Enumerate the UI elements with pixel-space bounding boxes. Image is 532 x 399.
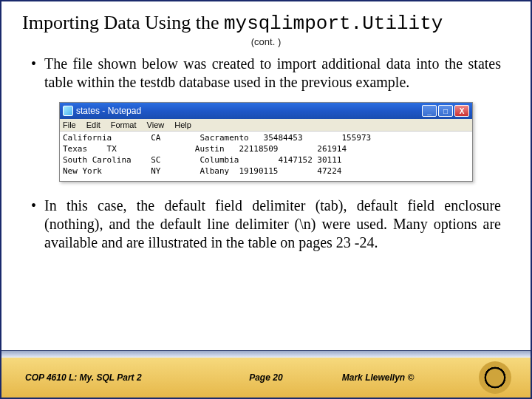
footer-author: Mark Llewellyn ©	[342, 372, 466, 383]
footer-page: Page 20	[197, 372, 335, 383]
notepad-titlebar: states - Notepad _ □ X	[60, 103, 472, 119]
menu-edit[interactable]: Edit	[86, 120, 100, 129]
slide-title: Importing Data Using the mysqlimport.Uti…	[1, 1, 531, 36]
window-controls: _ □ X	[422, 105, 469, 117]
notepad-menubar: File Edit Format View Help	[60, 119, 472, 132]
footer: COP 4610 L: My. SQL Part 2 Page 20 Mark …	[1, 350, 531, 398]
notepad-body[interactable]: California CA Sacramento 35484453 155973…	[60, 132, 472, 181]
footer-course: COP 4610 L: My. SQL Part 2	[25, 372, 190, 383]
notepad-window: states - Notepad _ □ X File Edit Format …	[59, 102, 473, 182]
bullet-1: • The file shown below was created to im…	[1, 52, 531, 99]
menu-file[interactable]: File	[63, 120, 76, 129]
continuation-label: (cont. )	[1, 36, 531, 47]
title-text: Importing Data Using the	[22, 12, 224, 33]
notepad-title: states - Notepad	[76, 106, 419, 116]
notepad-app-icon	[63, 106, 73, 116]
close-button[interactable]: X	[454, 105, 469, 117]
ucf-logo-icon	[479, 361, 511, 394]
title-code: mysqlimport.Utility	[224, 13, 443, 35]
menu-format[interactable]: Format	[111, 120, 137, 129]
bullet-2: • In this case, the default field delimi…	[1, 194, 531, 259]
bullet-marker: •	[31, 55, 44, 92]
footer-content: COP 4610 L: My. SQL Part 2 Page 20 Mark …	[1, 358, 531, 398]
menu-help[interactable]: Help	[174, 120, 191, 129]
bullet-1-text: The file shown below was created to impo…	[44, 55, 501, 92]
maximize-button[interactable]: □	[438, 105, 453, 117]
bullet-marker: •	[31, 197, 44, 252]
minimize-button[interactable]: _	[422, 105, 437, 117]
bullet-2-text: In this case, the default field delimite…	[44, 197, 501, 252]
footer-divider	[1, 350, 531, 358]
menu-view[interactable]: View	[147, 120, 165, 129]
